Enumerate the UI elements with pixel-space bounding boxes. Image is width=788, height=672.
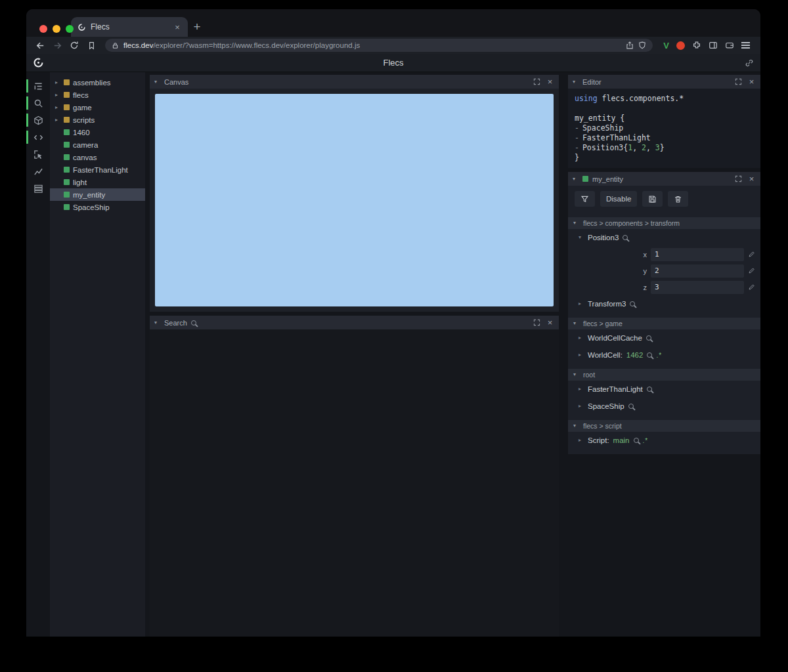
extensions-puzzle-icon[interactable] [692,41,701,50]
browser-tab[interactable]: Flecs × [71,17,188,37]
wallet-icon[interactable] [725,41,734,50]
tree-item-spaceship[interactable]: SpaceShip [50,201,145,213]
component-row-script[interactable]: ▸ Script: main .* [568,432,760,449]
disable-button[interactable]: Disable [600,191,637,207]
menu-hamburger-icon[interactable] [741,42,750,49]
position3-z-input[interactable] [651,281,744,294]
edit-pencil-icon[interactable] [748,284,755,291]
back-button[interactable] [33,38,47,52]
chevron-down-icon[interactable]: ▾ [573,177,579,182]
forward-button[interactable] [50,38,64,52]
search-panel-content[interactable] [150,329,559,637]
tree-item-game[interactable]: ▸ game [50,101,145,114]
bookmark-icon[interactable] [84,38,98,52]
share-link-icon[interactable] [745,58,754,68]
new-tab-button[interactable]: + [188,18,206,36]
query-magnifier-icon[interactable] [630,301,635,306]
tree-item-canvas[interactable]: canvas [50,151,145,163]
code-number: 2 [642,143,646,152]
edit-pencil-icon[interactable] [748,251,755,258]
edit-pencil-icon[interactable] [748,267,755,274]
chevron-right-icon[interactable]: ▸ [579,438,584,443]
chevron-right-icon[interactable]: ▸ [579,335,584,341]
chevron-down-icon[interactable]: ▾ [154,320,160,326]
traffic-light-zoom[interactable] [66,25,74,33]
close-icon[interactable]: × [747,77,756,86]
query-magnifier-icon[interactable] [623,235,628,240]
brave-shield-icon[interactable] [638,41,646,49]
outline-tree-icon[interactable] [26,77,50,94]
tree-item-flecs[interactable]: ▸ flecs [50,89,145,101]
side-panel-icon[interactable] [709,41,718,50]
query-magnifier-icon[interactable] [647,352,652,358]
section-header-transform[interactable]: ▾ flecs > components > transform [568,217,760,229]
chevron-right-icon[interactable]: ▸ [579,387,584,392]
section-header-game[interactable]: ▾ flecs > game [568,318,760,329]
chevron-right-icon[interactable]: ▸ [55,105,60,110]
section-path: root [583,371,595,379]
delete-trash-button[interactable] [668,191,688,207]
expand-icon[interactable] [733,78,743,85]
script-editor[interactable]: using flecs.components.* my_entity { -Sp… [568,89,760,168]
chevron-right-icon[interactable]: ▸ [579,352,584,358]
section-header-script[interactable]: ▾ flecs > script [568,420,760,432]
tree-item-fasterthanlight[interactable]: FasterThanLight [50,163,145,176]
tab-close-icon[interactable]: × [172,22,183,32]
position3-y-input[interactable] [651,264,744,278]
position3-x-input[interactable] [651,248,744,261]
chevron-down-icon[interactable]: ▾ [154,79,160,85]
close-icon[interactable]: × [546,77,554,86]
close-icon[interactable]: × [747,175,756,183]
component-row-worldcellcache[interactable]: ▸ WorldCellCache [568,329,760,346]
component-row-worldcell[interactable]: ▸ WorldCell: 1462 .* [568,346,760,364]
reload-button[interactable] [67,38,81,52]
chart-icon[interactable] [26,163,50,180]
query-magnifier-icon[interactable] [646,335,651,341]
tree-item-light[interactable]: light [50,176,145,188]
chevron-down-icon[interactable]: ▾ [579,235,584,240]
tree-item-label: assemblies [73,79,111,87]
expand-icon[interactable] [733,175,743,182]
chevron-right-icon[interactable]: ▸ [55,93,60,98]
traffic-light-minimize[interactable] [53,25,60,33]
chevron-right-icon[interactable]: ▸ [579,301,584,306]
search-icon[interactable] [26,94,50,112]
url-bar[interactable]: flecs.dev/explorer/?wasm=https://www.fle… [105,39,653,52]
chevron-right-icon[interactable]: ▸ [55,117,60,123]
expand-icon[interactable] [532,319,542,326]
query-magnifier-icon[interactable] [647,387,652,392]
filter-funnel-button[interactable] [575,191,595,207]
inspect-cursor-icon[interactable] [26,146,50,163]
query-magnifier-icon[interactable] [628,404,634,409]
module-color-swatch [64,117,70,123]
tree-item-label: scripts [73,116,95,124]
chevron-down-icon[interactable]: ▾ [573,79,579,85]
red-extension-icon[interactable] [676,41,685,50]
component-row-spaceship[interactable]: ▸ SpaceShip [568,398,760,415]
tree-item-my-entity[interactable]: my_entity [50,188,145,201]
close-icon[interactable]: × [546,318,554,327]
section-header-root[interactable]: ▾ root [568,369,760,381]
component-row-transform3[interactable]: ▸ Transform3 [568,295,760,312]
save-button[interactable] [642,191,663,207]
chevron-right-icon[interactable]: ▸ [55,80,60,85]
code-text: flecs.components.* [598,94,684,103]
traffic-light-close[interactable] [39,25,47,33]
chevron-right-icon[interactable]: ▸ [579,404,584,409]
component-row-position3[interactable]: ▾ Position3 [568,229,760,246]
cube-icon[interactable] [26,112,50,129]
share-icon[interactable] [626,41,634,49]
code-icon[interactable] [26,129,50,146]
render-canvas[interactable] [155,94,554,306]
list-rows-icon[interactable] [26,180,50,197]
query-magnifier-icon[interactable] [634,438,639,443]
tree-item-assemblies[interactable]: ▸ assemblies [50,76,145,89]
tree-item-scripts[interactable]: ▸ scripts [50,114,145,126]
component-row-fasterthanlight[interactable]: ▸ FasterThanLight [568,381,760,398]
flecs-logo-icon[interactable] [33,57,44,68]
tree-item-camera[interactable]: camera [50,138,145,151]
search-panel: ▾ Search × [150,316,559,637]
tree-item-1460[interactable]: 1460 [50,126,145,138]
vimium-extension-icon[interactable]: V [663,41,669,51]
expand-icon[interactable] [532,78,542,85]
